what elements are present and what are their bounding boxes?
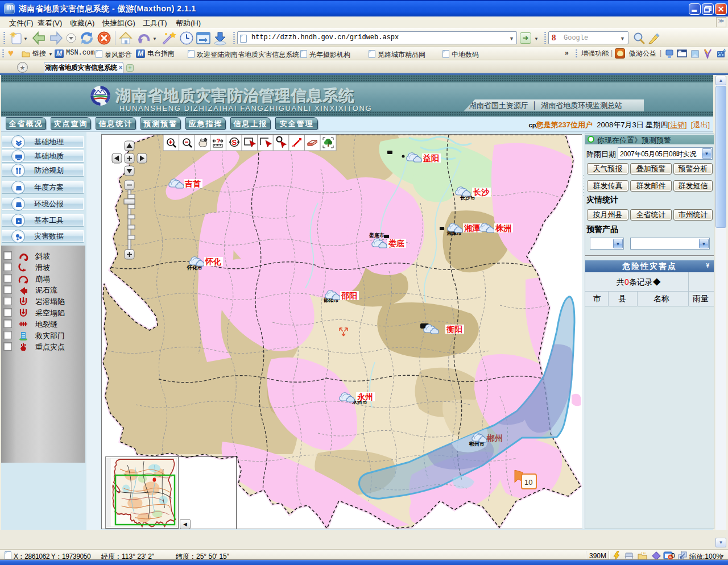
svg-text:怀化: 怀化 [205, 257, 221, 266]
svg-text:益阳: 益阳 [423, 153, 439, 163]
svg-text:株洲: 株洲 [495, 223, 511, 232]
svg-text:吉首: 吉首 [184, 179, 201, 188]
svg-text:10: 10 [524, 478, 532, 487]
svg-text:?: ? [217, 138, 221, 144]
svg-text:湘潭: 湘潭 [464, 223, 480, 232]
svg-text:永州: 永州 [357, 392, 373, 401]
svg-text:娄底市: 娄底市 [369, 232, 384, 238]
svg-text:长沙: 长沙 [473, 188, 490, 197]
svg-text:衡阳: 衡阳 [446, 325, 462, 334]
svg-text:郴州: 郴州 [486, 434, 503, 443]
svg-text:娄底: 娄底 [388, 239, 404, 248]
svg-text:邵阳: 邵阳 [341, 291, 357, 300]
svg-text:S: S [232, 138, 237, 147]
